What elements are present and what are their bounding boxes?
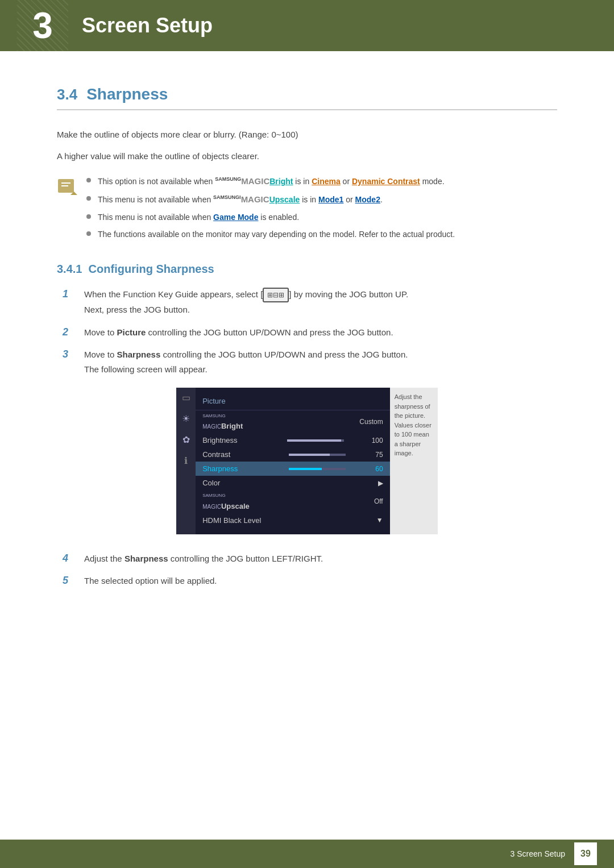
monitor-label-magicbright: SAMSUNG MAGICBright: [202, 413, 359, 430]
monitor-icon-info: ℹ: [184, 455, 188, 466]
intro-text-1: Make the outline of objects more clear o…: [57, 127, 557, 142]
section-heading: 3.4 Sharpness: [57, 85, 557, 110]
intro-text-2: A higher value will make the outline of …: [57, 149, 557, 164]
chapter-number: 3: [32, 5, 53, 47]
footer-page-number: 39: [574, 842, 597, 865]
monitor-menu-header: Picture: [196, 394, 390, 410]
monitor-value-magicbright: Custom: [359, 418, 383, 426]
note-text-3: This menu is not available when Game Mod…: [98, 211, 299, 223]
svg-rect-2: [61, 185, 68, 186]
subsection-title: Configuring Sharpness: [89, 263, 214, 275]
note-item-1: This option is not available when SAMSUN…: [86, 175, 557, 188]
chapter-number-box: 3: [17, 0, 68, 51]
monitor-bar-fill-brightness: [287, 439, 341, 442]
monitor-sidebar: Adjust the sharpness of the picture. Val…: [390, 388, 438, 534]
page-footer: 3 Screen Setup 39: [0, 840, 614, 868]
monitor-bar-contrast: [289, 454, 371, 456]
monitor-bar-bg-contrast: [289, 454, 346, 456]
step-text-1: When the Function Key Guide appears, sel…: [84, 287, 557, 317]
step-text-2: Move to Picture controlling the JOG butt…: [84, 325, 557, 340]
monitor-screen: Picture SAMSUNG MAGICBright Custom Brigh…: [196, 388, 390, 534]
monitor-label-contrast: Contrast: [202, 450, 284, 459]
step-number-3: 3: [63, 348, 74, 360]
monitor-value-magicupscale: Off: [374, 497, 383, 505]
step-text-4: Adjust the Sharpness controlling the JOG…: [84, 551, 557, 566]
step-number-1: 1: [63, 288, 74, 300]
steps-container: 1 When the Function Key Guide appears, s…: [63, 287, 557, 376]
monitor-icon-settings: ✿: [182, 434, 190, 445]
step-2: 2 Move to Picture controlling the JOG bu…: [63, 325, 557, 340]
monitor-value-contrast: 75: [375, 451, 383, 459]
monitor-value-color: ▶: [378, 479, 383, 487]
chapter-title: Screen Setup: [82, 14, 213, 38]
page-header: 3 Screen Setup: [0, 0, 614, 51]
monitor-bar-bg-sharpness: [289, 468, 346, 470]
monitor-label-color: Color: [202, 479, 378, 487]
bullet-3: [86, 214, 91, 219]
monitor-item-contrast: Contrast 75: [196, 447, 390, 462]
step-text-3: Move to Sharpness controlling the JOG bu…: [84, 347, 557, 376]
step-4: 4 Adjust the Sharpness controlling the J…: [63, 551, 557, 566]
monitor-icons: ▭ ☀ ✿ ℹ: [176, 388, 196, 534]
monitor-label-hdmi: HDMI Black Level: [202, 516, 376, 525]
brand-bright: SAMSUNGMAGICBright: [215, 177, 293, 186]
note-content: This option is not available when SAMSUN…: [86, 175, 557, 246]
section-number: 3.4: [57, 86, 77, 103]
step-text-5: The selected option will be applied.: [84, 574, 557, 588]
note-item-3: This menu is not available when Game Mod…: [86, 211, 557, 223]
subsection-number: 3.4.1: [57, 263, 82, 275]
note-item-4: The functions available on the monitor m…: [86, 228, 557, 240]
monitor-bar-brightness: [287, 439, 367, 442]
note-item-2: This menu is not available when SAMSUNGI…: [86, 193, 557, 206]
monitor-item-hdmi: HDMI Black Level ▼: [196, 513, 390, 528]
section-title: Sharpness: [86, 85, 168, 103]
note-text-2: This menu is not available when SAMSUNGI…: [98, 193, 383, 206]
note-box: This option is not available when SAMSUN…: [57, 175, 557, 246]
monitor-bar-fill-sharpness: [289, 468, 322, 470]
brand-upscale: SAMSUNGIMAGICUpscale: [213, 195, 300, 204]
step-number-5: 5: [63, 575, 74, 587]
monitor-value-sharpness: 60: [375, 465, 383, 473]
monitor-icon-brightness: ☀: [182, 413, 190, 424]
step-5: 5 The selected option will be applied.: [63, 574, 557, 588]
step-number-2: 2: [63, 326, 74, 338]
svg-rect-1: [61, 182, 70, 184]
step-3: 3 Move to Sharpness controlling the JOG …: [63, 347, 557, 376]
monitor-label-sharpness: Sharpness: [202, 464, 284, 473]
note-icon: [57, 176, 77, 196]
monitor-label-brightness: Brightness: [202, 436, 283, 445]
step-1: 1 When the Function Key Guide appears, s…: [63, 287, 557, 317]
bullet-1: [86, 178, 91, 182]
monitor-item-brightness: Brightness 100: [196, 433, 390, 447]
monitor-item-magicupscale: SAMSUNG MAGICUpscale Off: [196, 490, 390, 513]
bullet-2: [86, 196, 91, 201]
kbd-icon: ⊞⊟⊞: [263, 288, 289, 302]
monitor-item-sharpness: Sharpness 60: [196, 462, 390, 476]
monitor-label-magicupscale: SAMSUNG MAGICUpscale: [202, 493, 374, 510]
monitor-sidebar-text: Adjust the sharpness of the picture. Val…: [395, 392, 433, 458]
monitor-ui: ▭ ☀ ✿ ℹ Picture SAMSUNG MAGICBright Cust…: [176, 388, 438, 534]
monitor-bar-sharpness: [289, 468, 371, 470]
monitor-icon-display: ▭: [182, 392, 190, 403]
monitor-value-hdmi: ▼: [376, 516, 383, 524]
bullet-4: [86, 231, 91, 236]
monitor-value-brightness: 100: [372, 437, 383, 445]
monitor-bar-bg-brightness: [287, 439, 344, 442]
subsection-heading: 3.4.1 Configuring Sharpness: [57, 263, 557, 276]
note-text-1: This option is not available when SAMSUN…: [98, 175, 445, 188]
footer-text: 3 Screen Setup: [510, 849, 565, 858]
step-number-4: 4: [63, 553, 74, 564]
steps-container-2: 4 Adjust the Sharpness controlling the J…: [63, 551, 557, 588]
main-content: 3.4 Sharpness Make the outline of object…: [0, 51, 614, 642]
note-text-4: The functions available on the monitor m…: [98, 228, 455, 240]
monitor-bar-fill-contrast: [289, 454, 330, 456]
monitor-item-magicbright: SAMSUNG MAGICBright Custom: [196, 410, 390, 433]
monitor-item-color: Color ▶: [196, 476, 390, 490]
